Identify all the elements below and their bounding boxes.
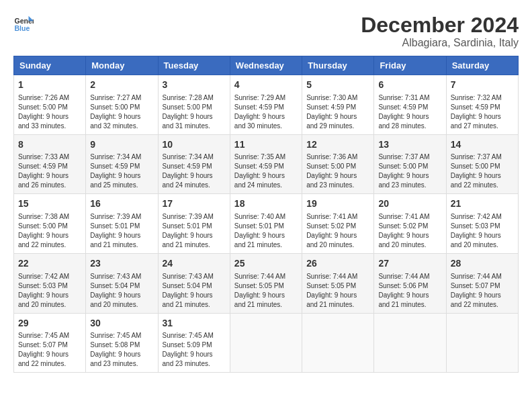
logo-icon: General Blue bbox=[13, 13, 34, 34]
day-info: Sunrise: 7:43 AMSunset: 5:04 PMDaylight:… bbox=[163, 273, 214, 308]
week-row-2: 8Sunrise: 7:33 AMSunset: 4:59 PMDaylight… bbox=[14, 134, 519, 194]
day-info: Sunrise: 7:34 AMSunset: 4:59 PMDaylight:… bbox=[90, 153, 141, 189]
day-info: Sunrise: 7:44 AMSunset: 5:07 PMDaylight:… bbox=[451, 273, 502, 308]
day-cell: 13Sunrise: 7:37 AMSunset: 5:00 PMDayligh… bbox=[374, 134, 446, 194]
day-cell: 30Sunrise: 7:45 AMSunset: 5:08 PMDayligh… bbox=[86, 313, 158, 373]
title-block: December 2024 Albagiara, Sardinia, Italy bbox=[361, 13, 519, 49]
day-info: Sunrise: 7:37 AMSunset: 5:00 PMDaylight:… bbox=[451, 153, 502, 189]
day-number: 13 bbox=[378, 138, 441, 152]
day-info: Sunrise: 7:41 AMSunset: 5:02 PMDaylight:… bbox=[306, 213, 357, 248]
day-cell: 31Sunrise: 7:45 AMSunset: 5:09 PMDayligh… bbox=[158, 313, 230, 373]
day-info: Sunrise: 7:36 AMSunset: 5:00 PMDaylight:… bbox=[306, 153, 357, 189]
day-info: Sunrise: 7:33 AMSunset: 4:59 PMDaylight:… bbox=[18, 153, 69, 189]
day-info: Sunrise: 7:44 AMSunset: 5:06 PMDaylight:… bbox=[378, 273, 429, 308]
day-number: 20 bbox=[378, 197, 441, 211]
day-cell: 20Sunrise: 7:41 AMSunset: 5:02 PMDayligh… bbox=[374, 194, 446, 254]
weekday-monday: Monday bbox=[86, 56, 158, 75]
day-number: 16 bbox=[90, 197, 153, 211]
day-number: 15 bbox=[18, 197, 81, 211]
day-cell: 23Sunrise: 7:43 AMSunset: 5:04 PMDayligh… bbox=[86, 253, 158, 313]
day-info: Sunrise: 7:39 AMSunset: 5:01 PMDaylight:… bbox=[163, 213, 214, 248]
day-info: Sunrise: 7:42 AMSunset: 5:03 PMDaylight:… bbox=[18, 273, 69, 308]
day-cell: 27Sunrise: 7:44 AMSunset: 5:06 PMDayligh… bbox=[374, 253, 446, 313]
day-number: 27 bbox=[378, 257, 441, 271]
weekday-sunday: Sunday bbox=[14, 56, 86, 75]
day-number: 9 bbox=[90, 138, 153, 152]
day-info: Sunrise: 7:44 AMSunset: 5:05 PMDaylight:… bbox=[234, 273, 285, 308]
day-cell bbox=[374, 313, 446, 373]
day-number: 14 bbox=[451, 138, 514, 152]
day-number: 22 bbox=[18, 257, 81, 271]
day-cell: 7Sunrise: 7:32 AMSunset: 4:59 PMDaylight… bbox=[446, 75, 518, 135]
location: Albagiara, Sardinia, Italy bbox=[361, 37, 519, 49]
day-cell: 17Sunrise: 7:39 AMSunset: 5:01 PMDayligh… bbox=[158, 194, 230, 254]
day-number: 31 bbox=[163, 317, 226, 330]
svg-text:Blue: Blue bbox=[15, 24, 30, 32]
day-cell: 2Sunrise: 7:27 AMSunset: 5:00 PMDaylight… bbox=[86, 75, 158, 135]
month-title: December 2024 bbox=[361, 13, 519, 37]
day-info: Sunrise: 7:27 AMSunset: 5:00 PMDaylight:… bbox=[90, 94, 141, 130]
day-info: Sunrise: 7:37 AMSunset: 5:00 PMDaylight:… bbox=[378, 153, 429, 189]
day-number: 7 bbox=[451, 79, 514, 92]
day-number: 23 bbox=[90, 257, 153, 271]
calendar-table: SundayMondayTuesdayWednesdayThursdayFrid… bbox=[13, 56, 519, 373]
day-cell: 5Sunrise: 7:30 AMSunset: 4:59 PMDaylight… bbox=[302, 75, 374, 135]
day-cell: 11Sunrise: 7:35 AMSunset: 4:59 PMDayligh… bbox=[230, 134, 302, 194]
day-number: 26 bbox=[306, 257, 369, 271]
day-number: 29 bbox=[18, 317, 81, 330]
day-number: 5 bbox=[306, 79, 369, 92]
weekday-tuesday: Tuesday bbox=[158, 56, 230, 75]
day-number: 6 bbox=[378, 79, 441, 92]
day-info: Sunrise: 7:39 AMSunset: 5:01 PMDaylight:… bbox=[90, 213, 141, 248]
day-cell: 25Sunrise: 7:44 AMSunset: 5:05 PMDayligh… bbox=[230, 253, 302, 313]
day-info: Sunrise: 7:41 AMSunset: 5:02 PMDaylight:… bbox=[378, 213, 429, 248]
day-info: Sunrise: 7:40 AMSunset: 5:01 PMDaylight:… bbox=[234, 213, 285, 248]
day-number: 19 bbox=[306, 197, 369, 211]
day-cell: 3Sunrise: 7:28 AMSunset: 5:00 PMDaylight… bbox=[158, 75, 230, 135]
day-number: 4 bbox=[234, 79, 298, 92]
day-info: Sunrise: 7:45 AMSunset: 5:09 PMDaylight:… bbox=[163, 332, 214, 367]
day-info: Sunrise: 7:35 AMSunset: 4:59 PMDaylight:… bbox=[234, 153, 285, 189]
day-number: 17 bbox=[163, 197, 226, 211]
day-info: Sunrise: 7:38 AMSunset: 5:00 PMDaylight:… bbox=[18, 213, 69, 248]
logo: General Blue bbox=[13, 13, 34, 36]
day-info: Sunrise: 7:43 AMSunset: 5:04 PMDaylight:… bbox=[90, 273, 141, 308]
day-number: 12 bbox=[306, 138, 369, 152]
weekday-saturday: Saturday bbox=[446, 56, 518, 75]
day-info: Sunrise: 7:45 AMSunset: 5:08 PMDaylight:… bbox=[90, 332, 141, 367]
day-cell: 1Sunrise: 7:26 AMSunset: 5:00 PMDaylight… bbox=[14, 75, 86, 135]
day-cell bbox=[230, 313, 302, 373]
day-number: 21 bbox=[451, 197, 514, 211]
day-number: 24 bbox=[163, 257, 226, 271]
day-cell: 28Sunrise: 7:44 AMSunset: 5:07 PMDayligh… bbox=[446, 253, 518, 313]
day-cell: 16Sunrise: 7:39 AMSunset: 5:01 PMDayligh… bbox=[86, 194, 158, 254]
day-number: 18 bbox=[234, 197, 298, 211]
day-cell: 15Sunrise: 7:38 AMSunset: 5:00 PMDayligh… bbox=[14, 194, 86, 254]
weekday-friday: Friday bbox=[374, 56, 446, 75]
day-number: 2 bbox=[90, 79, 153, 92]
day-info: Sunrise: 7:45 AMSunset: 5:07 PMDaylight:… bbox=[18, 332, 69, 367]
week-row-1: 1Sunrise: 7:26 AMSunset: 5:00 PMDaylight… bbox=[14, 75, 519, 135]
day-number: 10 bbox=[163, 138, 226, 152]
day-cell: 21Sunrise: 7:42 AMSunset: 5:03 PMDayligh… bbox=[446, 194, 518, 254]
day-cell: 6Sunrise: 7:31 AMSunset: 4:59 PMDaylight… bbox=[374, 75, 446, 135]
day-number: 8 bbox=[18, 138, 81, 152]
day-info: Sunrise: 7:26 AMSunset: 5:00 PMDaylight:… bbox=[18, 94, 69, 130]
day-info: Sunrise: 7:34 AMSunset: 4:59 PMDaylight:… bbox=[163, 153, 214, 189]
day-cell: 8Sunrise: 7:33 AMSunset: 4:59 PMDaylight… bbox=[14, 134, 86, 194]
day-info: Sunrise: 7:44 AMSunset: 5:05 PMDaylight:… bbox=[306, 273, 357, 308]
day-cell: 19Sunrise: 7:41 AMSunset: 5:02 PMDayligh… bbox=[302, 194, 374, 254]
day-cell: 9Sunrise: 7:34 AMSunset: 4:59 PMDaylight… bbox=[86, 134, 158, 194]
day-number: 30 bbox=[90, 317, 153, 330]
day-info: Sunrise: 7:42 AMSunset: 5:03 PMDaylight:… bbox=[451, 213, 502, 248]
calendar-body: 1Sunrise: 7:26 AMSunset: 5:00 PMDaylight… bbox=[14, 75, 519, 373]
day-info: Sunrise: 7:29 AMSunset: 4:59 PMDaylight:… bbox=[234, 94, 285, 130]
day-cell: 18Sunrise: 7:40 AMSunset: 5:01 PMDayligh… bbox=[230, 194, 302, 254]
day-number: 3 bbox=[163, 79, 226, 92]
day-cell: 29Sunrise: 7:45 AMSunset: 5:07 PMDayligh… bbox=[14, 313, 86, 373]
day-cell: 12Sunrise: 7:36 AMSunset: 5:00 PMDayligh… bbox=[302, 134, 374, 194]
week-row-4: 22Sunrise: 7:42 AMSunset: 5:03 PMDayligh… bbox=[14, 253, 519, 313]
day-cell: 10Sunrise: 7:34 AMSunset: 4:59 PMDayligh… bbox=[158, 134, 230, 194]
weekday-thursday: Thursday bbox=[302, 56, 374, 75]
day-info: Sunrise: 7:32 AMSunset: 4:59 PMDaylight:… bbox=[451, 94, 502, 130]
